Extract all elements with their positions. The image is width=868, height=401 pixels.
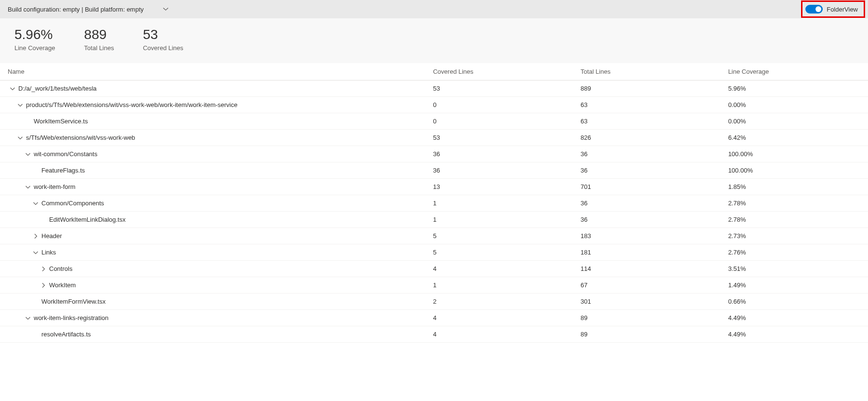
row-name: WorkItem bbox=[49, 281, 76, 289]
build-config-dropdown[interactable]: Build configuration: empty | Build platf… bbox=[8, 6, 169, 13]
row-covered-lines: 5 bbox=[425, 228, 573, 244]
row-line-coverage: 1.85% bbox=[721, 179, 868, 195]
summary-label: Total Lines bbox=[84, 44, 114, 52]
row-covered-lines: 1 bbox=[425, 212, 573, 228]
build-config-text: Build configuration: empty | Build platf… bbox=[8, 6, 144, 13]
row-covered-lines: 4 bbox=[425, 261, 573, 277]
table-row[interactable]: Links51812.76% bbox=[0, 244, 868, 261]
tree-spacer bbox=[40, 217, 46, 223]
row-line-coverage: 4.49% bbox=[721, 310, 868, 326]
row-line-coverage: 2.76% bbox=[721, 244, 868, 261]
chevron-right-icon[interactable] bbox=[40, 266, 46, 272]
col-header-covered[interactable]: Covered Lines bbox=[425, 63, 573, 80]
row-covered-lines: 0 bbox=[425, 113, 573, 130]
summary-total-lines: 889 Total Lines bbox=[84, 27, 114, 52]
coverage-table: Name Covered Lines Total Lines Line Cove… bbox=[0, 63, 868, 343]
table-row[interactable]: work-item-links-registration4894.49% bbox=[0, 310, 868, 326]
row-total-lines: 63 bbox=[573, 113, 720, 130]
table-row[interactable]: Controls41143.51% bbox=[0, 261, 868, 277]
chevron-down-icon[interactable] bbox=[10, 86, 15, 92]
folder-view-toggle[interactable] bbox=[805, 5, 823, 13]
row-name: Common/Components bbox=[41, 200, 104, 207]
row-name: resolveArtifacts.ts bbox=[41, 331, 91, 338]
row-name: D:/a/_work/1/tests/web/tesla bbox=[18, 85, 97, 92]
row-covered-lines: 2 bbox=[425, 294, 573, 310]
row-line-coverage: 4.49% bbox=[721, 326, 868, 343]
summary-line-coverage: 5.96% Line Coverage bbox=[14, 27, 55, 52]
row-name: WorkItemFormView.tsx bbox=[41, 298, 105, 305]
chevron-down-icon[interactable] bbox=[33, 200, 39, 206]
summary-value: 5.96% bbox=[14, 27, 55, 42]
row-line-coverage: 100.00% bbox=[721, 146, 868, 162]
table-row[interactable]: Header51832.73% bbox=[0, 228, 868, 244]
row-total-lines: 89 bbox=[573, 326, 720, 343]
row-line-coverage: 0.66% bbox=[721, 294, 868, 310]
chevron-down-icon[interactable] bbox=[33, 250, 39, 255]
chevron-down-icon[interactable] bbox=[17, 102, 23, 108]
chevron-right-icon[interactable] bbox=[33, 233, 39, 239]
row-total-lines: 36 bbox=[573, 195, 720, 212]
chevron-down-icon[interactable] bbox=[25, 315, 31, 321]
chevron-down-icon[interactable] bbox=[25, 184, 31, 190]
tree-spacer bbox=[25, 119, 31, 124]
row-covered-lines: 0 bbox=[425, 97, 573, 113]
table-header-row: Name Covered Lines Total Lines Line Cove… bbox=[0, 63, 868, 80]
row-line-coverage: 2.78% bbox=[721, 195, 868, 212]
row-total-lines: 67 bbox=[573, 277, 720, 294]
row-total-lines: 36 bbox=[573, 146, 720, 162]
row-covered-lines: 1 bbox=[425, 277, 573, 294]
row-total-lines: 89 bbox=[573, 310, 720, 326]
folder-view-toggle-container: FolderView bbox=[801, 0, 865, 18]
row-total-lines: 181 bbox=[573, 244, 720, 261]
table-row[interactable]: wit-common/Constants3636100.00% bbox=[0, 146, 868, 162]
table-row[interactable]: D:/a/_work/1/tests/web/tesla538895.96% bbox=[0, 80, 868, 97]
table-row[interactable]: FeatureFlags.ts3636100.00% bbox=[0, 162, 868, 179]
chevron-right-icon[interactable] bbox=[40, 282, 46, 288]
row-line-coverage: 0.00% bbox=[721, 97, 868, 113]
row-covered-lines: 36 bbox=[425, 146, 573, 162]
row-line-coverage: 3.51% bbox=[721, 261, 868, 277]
row-covered-lines: 4 bbox=[425, 326, 573, 343]
row-total-lines: 701 bbox=[573, 179, 720, 195]
row-line-coverage: 0.00% bbox=[721, 113, 868, 130]
toggle-thumb bbox=[815, 6, 821, 12]
table-row[interactable]: WorkItem1671.49% bbox=[0, 277, 868, 294]
chevron-down-icon[interactable] bbox=[25, 151, 31, 157]
table-row[interactable]: work-item-form137011.85% bbox=[0, 179, 868, 195]
table-row[interactable]: WorkItemFormView.tsx23010.66% bbox=[0, 294, 868, 310]
row-line-coverage: 1.49% bbox=[721, 277, 868, 294]
row-total-lines: 826 bbox=[573, 130, 720, 146]
row-total-lines: 36 bbox=[573, 212, 720, 228]
row-covered-lines: 53 bbox=[425, 80, 573, 97]
col-header-name[interactable]: Name bbox=[0, 63, 425, 80]
tree-spacer bbox=[33, 168, 39, 174]
row-name: WorkItemService.ts bbox=[34, 118, 88, 125]
col-header-total[interactable]: Total Lines bbox=[573, 63, 720, 80]
summary-value: 889 bbox=[84, 27, 114, 42]
table-row[interactable]: EditWorkItemLinkDialog.tsx1362.78% bbox=[0, 212, 868, 228]
row-name: work-item-form bbox=[34, 183, 76, 190]
row-name: EditWorkItemLinkDialog.tsx bbox=[49, 216, 126, 223]
table-row[interactable]: product/s/Tfs/Web/extensions/wit/vss-wor… bbox=[0, 97, 868, 113]
row-covered-lines: 4 bbox=[425, 310, 573, 326]
row-covered-lines: 5 bbox=[425, 244, 573, 261]
table-row[interactable]: WorkItemService.ts0630.00% bbox=[0, 113, 868, 130]
row-total-lines: 889 bbox=[573, 80, 720, 97]
row-line-coverage: 100.00% bbox=[721, 162, 868, 179]
col-header-coverage[interactable]: Line Coverage bbox=[721, 63, 868, 80]
row-line-coverage: 5.96% bbox=[721, 80, 868, 97]
table-row[interactable]: resolveArtifacts.ts4894.49% bbox=[0, 326, 868, 343]
summary-label: Covered Lines bbox=[143, 44, 184, 52]
summary-bar: 5.96% Line Coverage 889 Total Lines 53 C… bbox=[0, 18, 868, 63]
row-total-lines: 183 bbox=[573, 228, 720, 244]
row-covered-lines: 1 bbox=[425, 195, 573, 212]
row-name: Controls bbox=[49, 265, 72, 272]
row-total-lines: 63 bbox=[573, 97, 720, 113]
table-row[interactable]: s/Tfs/Web/extensions/wit/vss-work-web538… bbox=[0, 130, 868, 146]
topbar: Build configuration: empty | Build platf… bbox=[0, 0, 868, 18]
chevron-down-icon[interactable] bbox=[17, 135, 23, 141]
folder-view-label: FolderView bbox=[827, 6, 858, 13]
tree-spacer bbox=[33, 332, 39, 337]
table-row[interactable]: Common/Components1362.78% bbox=[0, 195, 868, 212]
row-line-coverage: 2.78% bbox=[721, 212, 868, 228]
